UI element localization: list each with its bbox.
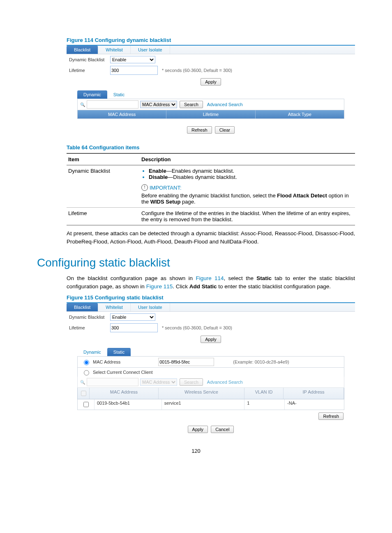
refresh-button[interactable]: Refresh <box>187 126 212 134</box>
search-field-select[interactable]: MAC Address <box>140 101 177 108</box>
radio-mac-address[interactable] <box>84 360 89 365</box>
figure-114-screenshot: Blacklist Whitelist User Isolate Dynamic… <box>67 45 355 136</box>
input-mac-address[interactable] <box>158 358 214 366</box>
col-wireless-service: Wireless Service <box>159 388 244 399</box>
subtab-dynamic[interactable]: Dynamic <box>77 90 107 99</box>
select-dynamic-blacklist[interactable]: Enable <box>110 56 155 63</box>
search-input-2 <box>87 378 138 386</box>
radio-mac-label: MAC Address <box>93 359 120 364</box>
tab-userisolate-2[interactable]: User Isolate <box>131 303 170 311</box>
col-attack: Attack Type <box>256 110 344 118</box>
th-description: Description <box>140 153 355 165</box>
search-icon-2 <box>80 380 85 385</box>
cancel-button[interactable]: Cancel <box>211 426 234 433</box>
tab-userisolate[interactable]: User Isolate <box>131 46 170 54</box>
search-icon <box>80 102 85 107</box>
col-lifetime: Lifetime <box>166 110 255 118</box>
tab-whitelist[interactable]: Whitelist <box>98 46 131 54</box>
input-lifetime-2[interactable] <box>110 323 158 332</box>
figure-115-caption: Figure 115 Configuring static blacklist <box>67 294 355 301</box>
subtab-static[interactable]: Static <box>107 90 131 99</box>
advanced-search-link[interactable]: Advanced Search <box>207 102 243 107</box>
clear-button[interactable]: Clear <box>215 126 235 134</box>
refresh-button-2[interactable]: Refresh <box>318 412 344 420</box>
apply-button-3[interactable]: Apply <box>188 426 208 433</box>
radio-select-client[interactable] <box>84 370 89 375</box>
paragraph-attacks: At present, these attacks can be detecte… <box>67 229 355 246</box>
paragraph-static-intro: On the blacklist configuration page as s… <box>67 274 355 290</box>
subtab-dynamic-2[interactable]: Dynamic <box>77 348 107 356</box>
select-dynamic-blacklist-2[interactable]: Enable <box>110 313 155 321</box>
col-checkbox <box>78 388 90 399</box>
label-lifetime-2: Lifetime <box>69 325 110 330</box>
heading-configuring-static-blacklist: Configuring static blacklist <box>37 256 355 269</box>
label-lifetime: Lifetime <box>69 68 110 73</box>
apply-button[interactable]: Apply <box>201 78 221 86</box>
col-vlan-id: VLAN ID <box>244 388 284 399</box>
table-64-caption: Table 64 Configuration items <box>67 144 355 151</box>
table-row: 0019-5bcb-54b1 service1 1 -NA- <box>77 399 344 410</box>
label-dynamic-blacklist: Dynamic Blacklist <box>69 57 110 62</box>
subtab-static-2[interactable]: Static <box>107 348 131 356</box>
row-checkbox[interactable] <box>83 402 89 407</box>
td-lifetime: Lifetime <box>67 208 140 225</box>
advanced-search-link-2[interactable]: Advanced Search <box>207 380 243 385</box>
figure-115-screenshot: Blacklist Whitelist User Isolate Dynamic… <box>67 302 355 436</box>
important-icon: ! IMPORTANT: <box>141 184 182 191</box>
table-64: Item Description Dynamic Blacklist Enabl… <box>67 153 355 225</box>
td-dynamic-desc: Enable—Enables dynamic blacklist. Disabl… <box>140 165 355 208</box>
page-number: 120 <box>37 448 355 454</box>
td-dynamic-blacklist: Dynamic Blacklist <box>67 165 140 208</box>
hint-lifetime: * seconds (60-3600, Default = 300) <box>162 68 232 73</box>
col-mac-2: MAC Address <box>90 388 159 399</box>
tab-whitelist-2[interactable]: Whitelist <box>98 303 131 311</box>
search-button-2: Search <box>180 378 203 386</box>
mac-example: (Example: 0010-dc28-a4e9) <box>233 359 289 364</box>
label-dynamic-blacklist-2: Dynamic Blacklist <box>69 315 110 320</box>
col-mac: MAC Address <box>78 110 166 118</box>
search-input[interactable] <box>87 100 138 109</box>
hint-lifetime-2: * seconds (60-3600, Default = 300) <box>162 325 232 330</box>
td-lifetime-desc: Configure the lifetime of the entries in… <box>140 208 355 225</box>
search-field-select-2: MAC Address <box>140 378 177 386</box>
search-button[interactable]: Search <box>180 101 203 108</box>
col-ip-address: IP Address <box>284 388 344 399</box>
apply-button-2[interactable]: Apply <box>201 336 221 343</box>
tab-blacklist-2[interactable]: Blacklist <box>67 303 98 311</box>
figure-114-caption: Figure 114 Configuring dynamic blacklist <box>67 37 355 43</box>
radio-select-client-label: Select Current Connect Client <box>93 370 153 375</box>
tab-blacklist[interactable]: Blacklist <box>67 46 98 54</box>
input-lifetime[interactable] <box>110 66 158 75</box>
th-item: Item <box>67 153 140 165</box>
